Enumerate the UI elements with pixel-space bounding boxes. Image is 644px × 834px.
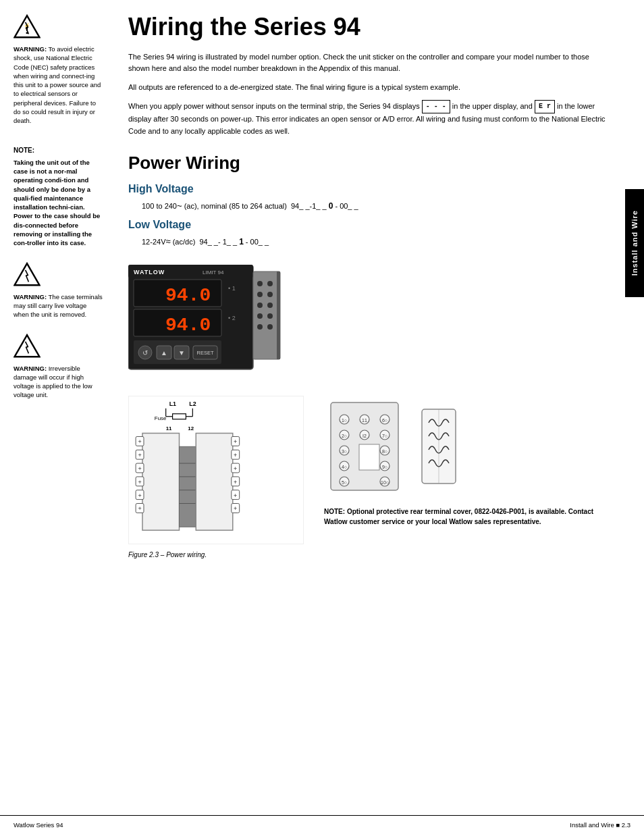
svg-text:5○: 5○ [342, 480, 347, 485]
section-title: Power Wiring [128, 153, 610, 174]
warning-block-2: WARNING: The case terminals may still ca… [14, 261, 103, 319]
svg-point-41 [267, 313, 273, 319]
warning-label-3: WARNING: [14, 365, 47, 372]
svg-line-9 [26, 275, 28, 282]
svg-point-39 [267, 303, 273, 308]
note-block: NOTE: Taking the unit out of the case is… [14, 146, 103, 248]
note-label: NOTE: [14, 146, 103, 155]
low-voltage-spec: 12-24V≈ (ac/dc) 94_ _- 1_ _ 1 - 00_ _ [142, 235, 610, 249]
svg-line-11 [26, 341, 28, 346]
svg-text:1○: 1○ [342, 418, 347, 423]
svg-text:11: 11 [362, 418, 367, 423]
device-area: WATLOW LIMIT 94 94.0 • 1 94.0 • 2 ↺ [128, 258, 610, 382]
display-code-2: E r [535, 100, 555, 113]
warning-label-1: WARNING: [14, 45, 47, 53]
main-content: Wiring the Series 94 The Series 94 wirin… [111, 0, 644, 834]
svg-text:3○: 3○ [342, 449, 347, 454]
warning-block-3: WARNING: Irreversible damage will occur … [14, 333, 103, 400]
warning-block-1: ! ⚡ WARNING: To avoid electric shock, us… [14, 14, 103, 126]
intro-p3-mid: in the upper display, and [450, 102, 535, 110]
svg-text:+: + [234, 478, 237, 485]
svg-text:+: + [138, 452, 141, 459]
svg-text:WATLOW: WATLOW [134, 269, 165, 276]
wiring-left: L1 L2 Fuse 11 12 [128, 396, 304, 558]
svg-text:L2: L2 [189, 400, 196, 407]
svg-text:+: + [234, 505, 237, 512]
svg-text:9○: 9○ [382, 465, 387, 469]
svg-text:94.0: 94.0 [165, 315, 211, 336]
svg-point-37 [267, 292, 273, 297]
svg-text:7○: 7○ [382, 434, 387, 438]
wiring-diagram-section: L1 L2 Fuse 11 12 [128, 396, 610, 558]
svg-text:+: + [138, 492, 141, 498]
left-sidebar: ! ⚡ WARNING: To avoid electric shock, us… [0, 0, 111, 834]
svg-text:+: + [138, 465, 141, 472]
svg-text:11: 11 [166, 425, 172, 431]
wiring-right: 1○ 2○ 3○ 4○ 5○ 11 I2 [324, 396, 610, 527]
svg-text:+: + [138, 505, 141, 512]
svg-text:RESET: RESET [196, 350, 213, 356]
svg-rect-68 [180, 446, 196, 527]
intro-p1: The Series 94 wiring is illustrated by m… [128, 51, 610, 75]
svg-text:• 2: • 2 [228, 315, 236, 321]
svg-text:8○: 8○ [382, 449, 387, 454]
warning-label-2: WARNING: [14, 293, 47, 301]
side-tab: Install and Wire [625, 189, 644, 297]
svg-text:10○: 10○ [381, 480, 389, 485]
svg-text:Fuse: Fuse [155, 415, 167, 421]
footer-right: Install and Wire ■ 2.3 [570, 821, 630, 829]
terminal-wiring-svg: L1 L2 Fuse 11 12 [128, 396, 304, 544]
high-voltage-title: High Voltage [128, 183, 610, 195]
svg-text:+: + [138, 478, 141, 485]
warning-text-1: WARNING: To avoid electric shock, use Na… [14, 45, 103, 126]
svg-text:I2: I2 [363, 434, 367, 438]
rear-terminal-svg: 1○ 2○ 3○ 4○ 5○ 11 I2 [324, 396, 473, 504]
high-voltage-spec: 100 to 240~ (ac), nominal (85 to 264 act… [142, 199, 610, 213]
warning-text-3: WARNING: Irreversible damage will occur … [14, 364, 103, 400]
intro-p3: When you apply power without sensor inpu… [128, 100, 610, 137]
svg-text:2○: 2○ [342, 434, 347, 438]
svg-rect-55 [142, 433, 180, 530]
svg-rect-50 [173, 413, 186, 419]
intro-p3-pre: When you apply power without sensor inpu… [128, 102, 422, 110]
svg-text:▼: ▼ [178, 349, 185, 357]
svg-line-13 [26, 346, 28, 353]
warning-text-2: WARNING: The case terminals may still ca… [14, 292, 103, 319]
figure-caption: Figure 2.3 – Power wiring. [128, 551, 304, 558]
svg-line-7 [26, 269, 28, 275]
page-title: Wiring the Series 94 [128, 14, 610, 41]
warning-icon-1: ! ⚡ [14, 14, 41, 41]
warning-body-1: To avoid electric shock, use National El… [14, 45, 101, 124]
svg-text:↺: ↺ [142, 349, 148, 357]
footer: Watlow Series 94 Install and Wire ■ 2.3 [0, 815, 644, 834]
device-mockup: WATLOW LIMIT 94 94.0 • 1 94.0 • 2 ↺ [128, 265, 284, 382]
svg-text:• 1: • 1 [228, 285, 236, 292]
svg-point-43 [267, 324, 273, 330]
svg-text:+: + [234, 492, 237, 498]
device-svg: WATLOW LIMIT 94 94.0 • 1 94.0 • 2 ↺ [128, 265, 284, 380]
svg-text:12: 12 [188, 425, 194, 431]
svg-point-38 [257, 303, 263, 308]
svg-text:▲: ▲ [161, 349, 167, 357]
display-code-1: - - - [422, 100, 450, 113]
svg-point-40 [257, 313, 263, 319]
footer-left: Watlow Series 94 [14, 821, 63, 829]
svg-text:+: + [234, 452, 237, 459]
side-tab-label: Install and Wire [630, 210, 639, 276]
svg-text:4○: 4○ [342, 465, 347, 469]
note-right: NOTE: Optional protective rear terminal … [324, 506, 610, 527]
svg-text:+: + [138, 438, 141, 445]
intro-p2: All outputs are referenced to a de-energ… [128, 82, 610, 94]
svg-text:L1: L1 [169, 400, 176, 407]
svg-rect-73 [196, 433, 232, 530]
svg-rect-101 [359, 444, 379, 470]
warning-icon-3 [14, 333, 41, 360]
page-container: Install and Wire ! ⚡ WARNING: To avoid e… [0, 0, 644, 834]
svg-rect-44 [277, 271, 280, 359]
low-voltage-title: Low Voltage [128, 219, 610, 231]
svg-point-36 [257, 292, 263, 297]
note-right-label: NOTE: Optional protective rear terminal … [324, 508, 593, 525]
svg-point-34 [257, 281, 263, 286]
svg-point-35 [267, 281, 273, 286]
note-text: Taking the unit out of the case is not a… [14, 158, 103, 248]
